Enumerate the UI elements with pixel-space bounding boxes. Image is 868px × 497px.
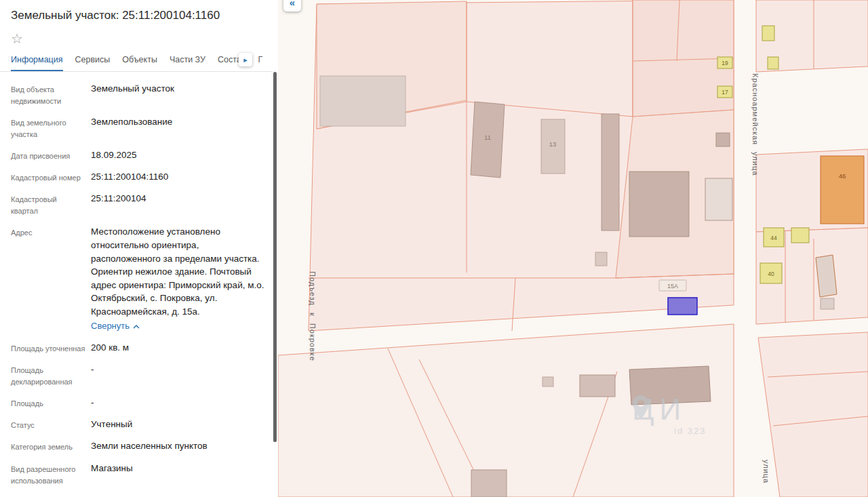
field-row-area-refined: Площадь уточненная 200 кв. м [11,341,264,355]
tab-objects[interactable]: Объекты [122,55,157,71]
field-row-land-category: Категория земель Земли населенных пункто… [11,439,264,453]
field-row-parcel-kind: Вид земельного участка Землепользование [11,115,264,140]
fields-list: Вид объекта недвижимости Земельный участ… [0,72,278,487]
building [471,470,507,497]
parcel-label-15a: 15А [667,283,678,290]
tab-services[interactable]: Сервисы [75,55,111,71]
field-value: - [91,396,264,410]
building [320,76,406,126]
field-row-area-declared: Площадь декларированная - [11,363,264,388]
field-label: Статус [11,418,91,431]
field-value: Местоположение установлено относительно … [91,225,264,333]
field-value: 25:11:200104 [91,192,264,217]
building [821,298,834,309]
field-label: Адрес [11,225,91,333]
building-number-11: 11 [484,134,491,141]
favorite-star-icon[interactable]: ☆ [11,32,23,45]
address-text: Местоположение установлено относительно … [91,226,264,316]
building [762,26,774,41]
collapse-label: Свернуть [91,320,130,333]
tab-information[interactable]: Информация [11,55,63,71]
field-value: Учтенный [91,418,264,431]
field-row-cadastral-block: Кадастровый квартал 25:11:200104 [11,192,264,217]
field-label: Площадь уточненная [11,341,91,355]
field-row-permitted-use: Вид разрешенного использования Магазины [11,462,264,487]
tab-parcel-parts[interactable]: Части ЗУ [170,55,205,71]
field-value: Земли населенных пунктов [91,439,264,453]
panel-scrollbar[interactable] [273,72,277,442]
field-label: Площадь [11,396,91,410]
building [629,366,711,405]
building [768,57,778,69]
field-row-address: Адрес Местоположение установлено относит… [11,225,264,333]
field-label: Кадастровый номер [11,170,91,184]
field-value: 200 кв. м [91,341,264,355]
field-row-cadastral-number: Кадастровый номер 25:11:200104:1160 [11,170,264,184]
panel-collapse-icon[interactable]: « [283,0,301,12]
building-46[interactable] [821,156,864,224]
field-value: - [91,363,264,388]
building-number-13: 13 [549,140,557,148]
field-value: Земельный участок [91,82,264,107]
building [595,252,607,266]
tabs-scroll-right-icon[interactable]: ▸ [239,53,252,66]
field-label: Вид объекта недвижимости [11,82,91,107]
street-label-krasnoarmeyskaya: Красноармейская улица [751,73,760,176]
field-label: Вид разрешенного использования [11,462,91,487]
building-number-44: 44 [770,235,777,241]
object-info-panel: Земельный участок: 25:11:200104:1160 ☆ И… [0,0,278,497]
building [542,377,553,386]
cadastral-map-app: Земельный участок: 25:11:200104:1160 ☆ И… [0,0,868,497]
field-label: Категория земель [11,439,91,453]
selected-parcel[interactable] [668,298,697,315]
building-number-46: 46 [839,172,846,180]
address-collapse-link[interactable]: Свернуть [91,320,140,333]
field-value: 25:11:200104:1160 [91,170,264,184]
building-number-40: 40 [768,271,774,277]
building [629,172,689,237]
field-label: Площадь декларированная [11,363,91,388]
building [791,228,809,243]
page-title: Земельный участок: 25:11:200104:1160 [0,0,278,23]
building [816,255,837,297]
field-row-object-kind: Вид объекта недвижимости Земельный участ… [11,82,264,107]
building [705,178,732,220]
field-label: Дата присвоения [11,148,91,162]
map-area[interactable]: « [278,0,868,497]
field-row-status: Статус Учтенный [11,418,264,431]
street-label-podezd-k-pokrovke: Подъезд к Покровке [309,271,317,361]
field-label: Кадастровый квартал [11,192,91,217]
tab-next-partial[interactable]: Г [258,55,262,71]
field-row-assignment-date: Дата присвоения 18.09.2025 [11,148,264,162]
building-number-17: 17 [722,89,728,96]
favorite-row: ☆ [0,23,278,47]
field-value: Магазины [91,462,264,487]
field-value: 18.09.2025 [91,148,264,162]
map-canvas[interactable]: 15А 11 13 19 17 44 40 46 Подъезд к Покро… [278,0,868,497]
building-number-19: 19 [722,60,728,66]
building [601,114,619,231]
building [580,375,615,397]
street-label-ulitsa: улица [762,460,770,483]
chevron-up-icon [133,325,140,329]
field-row-area: Площадь - [11,396,264,410]
building [716,133,730,146]
panel-tabs: Информация Сервисы Объекты Части ЗУ Сост… [0,47,273,72]
field-label: Вид земельного участка [11,115,91,140]
field-value: Землепользование [91,115,264,140]
